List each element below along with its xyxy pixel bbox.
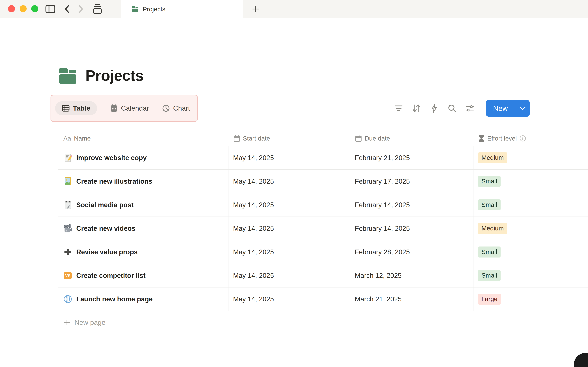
start-date-value: May 14, 2025 bbox=[233, 248, 274, 256]
new-record-dropdown[interactable] bbox=[515, 100, 530, 117]
projects-table: AaNameStart dateDue dateEffort level Imp… bbox=[58, 131, 588, 334]
effort-badge: Small bbox=[478, 247, 501, 257]
back-icon[interactable] bbox=[64, 5, 69, 13]
due-date-value: February 21, 2025 bbox=[355, 154, 410, 162]
folder-icon bbox=[131, 6, 139, 12]
globe-icon bbox=[63, 295, 72, 304]
svg-text:VS: VS bbox=[65, 273, 71, 278]
start-date-cell[interactable]: May 14, 2025 bbox=[228, 193, 350, 217]
new-tab-button[interactable] bbox=[247, 1, 264, 17]
browser-tab-projects[interactable]: Projects bbox=[121, 0, 243, 18]
page-title[interactable]: Projects bbox=[86, 67, 144, 84]
picture-icon bbox=[63, 177, 72, 186]
sort-icon[interactable] bbox=[412, 104, 421, 113]
table-row[interactable]: Revise value propsMay 14, 2025February 2… bbox=[58, 240, 588, 264]
start-date-cell[interactable]: May 14, 2025 bbox=[228, 287, 350, 311]
start-date-value: May 14, 2025 bbox=[233, 154, 274, 162]
due-date-cell[interactable]: March 12, 2025 bbox=[350, 264, 473, 287]
new-page-row[interactable]: New page bbox=[58, 311, 588, 334]
table-grid-icon bbox=[62, 105, 69, 112]
tab-title: Projects bbox=[143, 6, 165, 13]
new-record-button[interactable]: New bbox=[486, 100, 530, 117]
filter-icon[interactable] bbox=[394, 104, 403, 113]
due-date-cell[interactable]: February 14, 2025 bbox=[350, 193, 473, 217]
due-date-cell[interactable]: February 17, 2025 bbox=[350, 170, 473, 193]
due-date-value: February 14, 2025 bbox=[355, 225, 410, 232]
due-date-cell[interactable]: February 21, 2025 bbox=[350, 146, 473, 169]
name-cell[interactable]: Launch new home page bbox=[58, 287, 228, 311]
view-tab-label: Table bbox=[73, 104, 90, 112]
due-date-value: March 21, 2025 bbox=[355, 295, 402, 303]
effort-badge: Small bbox=[478, 200, 501, 210]
start-date-value: May 14, 2025 bbox=[233, 225, 274, 232]
forward-icon[interactable] bbox=[78, 5, 84, 13]
start-date-cell[interactable]: May 14, 2025 bbox=[228, 217, 350, 240]
notepad-icon bbox=[63, 200, 72, 209]
table-row[interactable]: Launch new home pageMay 14, 2025March 21… bbox=[58, 287, 588, 311]
start-date-cell[interactable]: May 14, 2025 bbox=[228, 146, 350, 169]
close-window-button[interactable] bbox=[8, 5, 15, 12]
tab-history-icon[interactable] bbox=[93, 4, 102, 14]
start-date-value: May 14, 2025 bbox=[233, 272, 274, 279]
page-name: Launch new home page bbox=[76, 295, 153, 303]
automation-lightning-icon[interactable] bbox=[430, 104, 439, 113]
app-window: Projects Projects TableCalendarChart bbox=[0, 0, 588, 367]
view-tab-calendar[interactable]: Calendar bbox=[110, 104, 149, 112]
name-cell[interactable]: Revise value props bbox=[58, 240, 228, 264]
start-date-cell[interactable]: May 14, 2025 bbox=[228, 264, 350, 287]
effort-level-cell[interactable]: Large bbox=[473, 287, 588, 311]
name-cell[interactable]: Create new videos bbox=[58, 217, 228, 240]
view-settings-icon[interactable] bbox=[466, 104, 474, 113]
due-date-cell[interactable]: February 28, 2025 bbox=[350, 240, 473, 264]
effort-level-cell[interactable]: Small bbox=[473, 193, 588, 217]
name-cell[interactable]: Create new illustrations bbox=[58, 170, 228, 193]
sidebar-toggle-icon[interactable] bbox=[45, 5, 55, 13]
due-date-cell[interactable]: March 21, 2025 bbox=[350, 287, 473, 311]
effort-badge: Medium bbox=[478, 152, 507, 163]
name-cell[interactable]: Improve website copy bbox=[58, 146, 228, 169]
new-page-label: New page bbox=[74, 318, 105, 326]
effort-level-cell[interactable]: Small bbox=[473, 264, 588, 287]
effort-level-cell[interactable]: Small bbox=[473, 170, 588, 193]
minimize-window-button[interactable] bbox=[20, 5, 27, 12]
table-row[interactable]: Create new videosMay 14, 2025February 14… bbox=[58, 217, 588, 240]
view-tab-chart[interactable]: Chart bbox=[162, 104, 190, 112]
page-name: Improve website copy bbox=[76, 154, 147, 162]
help-button-peek[interactable] bbox=[574, 353, 588, 367]
table-header-row: AaNameStart dateDue dateEffort level bbox=[58, 131, 588, 146]
name-cell[interactable]: VSCreate competitor list bbox=[58, 264, 228, 287]
page-folder-icon[interactable] bbox=[59, 67, 77, 84]
search-icon[interactable] bbox=[448, 104, 456, 113]
info-icon bbox=[519, 135, 526, 142]
view-tab-label: Calendar bbox=[121, 104, 149, 112]
effort-level-cell[interactable]: Medium bbox=[473, 217, 588, 240]
hourglass-icon bbox=[478, 134, 484, 142]
effort-level-cell[interactable]: Small bbox=[473, 240, 588, 264]
table-row[interactable]: Improve website copyMay 14, 2025February… bbox=[58, 146, 588, 170]
column-header-name[interactable]: AaName bbox=[58, 131, 228, 146]
effort-badge: Small bbox=[478, 270, 501, 281]
page-name: Create new videos bbox=[76, 225, 135, 232]
table-row[interactable]: Social media postMay 14, 2025February 14… bbox=[58, 193, 588, 217]
table-row[interactable]: Create new illustrationsMay 14, 2025Febr… bbox=[58, 170, 588, 193]
view-tab-table[interactable]: Table bbox=[55, 101, 97, 115]
due-date-cell[interactable]: February 14, 2025 bbox=[350, 217, 473, 240]
start-date-cell[interactable]: May 14, 2025 bbox=[228, 240, 350, 264]
column-header-due[interactable]: Due date bbox=[350, 131, 473, 146]
start-date-value: May 14, 2025 bbox=[233, 201, 274, 209]
plus-icon bbox=[64, 319, 70, 326]
calendar-icon bbox=[355, 135, 362, 142]
name-cell[interactable]: Social media post bbox=[58, 193, 228, 217]
effort-level-cell[interactable]: Medium bbox=[473, 146, 588, 169]
column-header-start[interactable]: Start date bbox=[228, 131, 350, 146]
new-record-label[interactable]: New bbox=[486, 100, 515, 117]
column-label: Name bbox=[74, 135, 91, 142]
zoom-window-button[interactable] bbox=[31, 5, 38, 12]
column-header-effort[interactable]: Effort level bbox=[473, 131, 588, 146]
page-name: Create new illustrations bbox=[76, 177, 152, 185]
due-date-value: February 28, 2025 bbox=[355, 248, 410, 256]
start-date-cell[interactable]: May 14, 2025 bbox=[228, 170, 350, 193]
table-row[interactable]: VSCreate competitor listMay 14, 2025Marc… bbox=[58, 264, 588, 287]
camera-icon bbox=[63, 224, 72, 233]
start-date-value: May 14, 2025 bbox=[233, 295, 274, 303]
